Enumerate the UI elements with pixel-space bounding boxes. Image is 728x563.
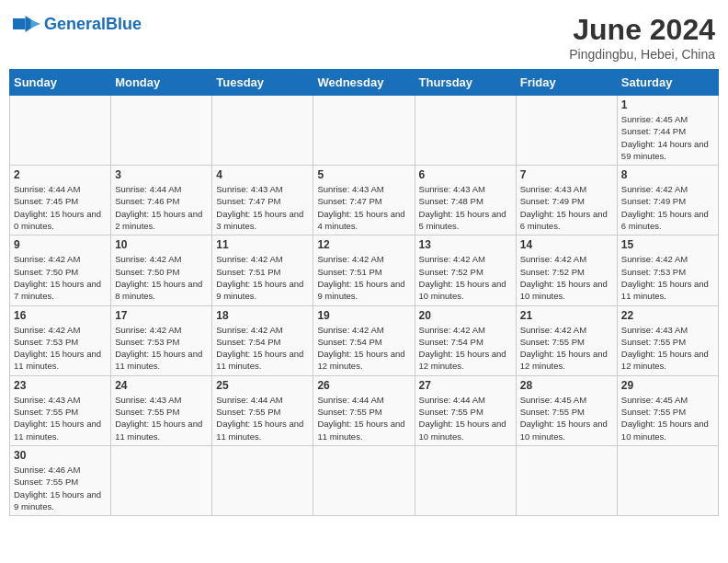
day-info: Sunrise: 4:42 AMSunset: 7:50 PMDaylight:… xyxy=(115,253,208,302)
day-info: Sunrise: 4:42 AMSunset: 7:52 PMDaylight:… xyxy=(520,253,613,302)
day-number: 24 xyxy=(115,379,208,392)
day-number: 21 xyxy=(520,309,613,322)
calendar-cell xyxy=(111,445,212,515)
day-number: 15 xyxy=(621,238,714,251)
day-info: Sunrise: 4:42 AMSunset: 7:50 PMDaylight:… xyxy=(14,253,107,302)
logo-text: GeneralBlue xyxy=(44,15,142,34)
calendar-cell: 12Sunrise: 4:42 AMSunset: 7:51 PMDayligh… xyxy=(313,236,415,305)
day-info: Sunrise: 4:45 AMSunset: 7:55 PMDaylight:… xyxy=(520,394,613,442)
day-info: Sunrise: 4:45 AMSunset: 7:55 PMDaylight:… xyxy=(621,394,714,442)
day-number: 20 xyxy=(419,309,512,322)
calendar-cell: 6Sunrise: 4:43 AMSunset: 7:48 PMDaylight… xyxy=(415,166,516,236)
day-info: Sunrise: 4:42 AMSunset: 7:54 PMDaylight:… xyxy=(216,324,309,373)
weekday-header-saturday: Saturday xyxy=(617,70,718,96)
day-number: 26 xyxy=(317,379,410,392)
weekday-header-friday: Friday xyxy=(516,70,617,96)
day-number: 27 xyxy=(419,379,512,392)
calendar-row: 2Sunrise: 4:44 AMSunset: 7:45 PMDaylight… xyxy=(10,166,719,236)
day-info: Sunrise: 4:44 AMSunset: 7:55 PMDaylight:… xyxy=(216,394,309,442)
day-info: Sunrise: 4:42 AMSunset: 7:49 PMDaylight:… xyxy=(621,183,714,232)
weekday-header-thursday: Thursday xyxy=(415,70,516,96)
svg-rect-0 xyxy=(13,18,26,29)
day-number: 28 xyxy=(520,379,613,392)
calendar-row: 1Sunrise: 4:45 AMSunset: 7:44 PMDaylight… xyxy=(10,96,719,166)
calendar-cell: 14Sunrise: 4:42 AMSunset: 7:52 PMDayligh… xyxy=(516,236,617,305)
day-number: 30 xyxy=(14,449,107,462)
calendar-cell: 13Sunrise: 4:42 AMSunset: 7:52 PMDayligh… xyxy=(415,236,516,305)
day-number: 18 xyxy=(216,309,309,322)
calendar-cell: 18Sunrise: 4:42 AMSunset: 7:54 PMDayligh… xyxy=(212,305,313,375)
title-block: June 2024 Pingdingbu, Hebei, China xyxy=(569,13,715,62)
day-number: 14 xyxy=(520,238,613,251)
day-info: Sunrise: 4:43 AMSunset: 7:49 PMDaylight:… xyxy=(520,183,613,232)
calendar-cell: 22Sunrise: 4:43 AMSunset: 7:55 PMDayligh… xyxy=(617,305,718,375)
day-info: Sunrise: 4:45 AMSunset: 7:44 PMDaylight:… xyxy=(621,113,714,162)
day-info: Sunrise: 4:42 AMSunset: 7:55 PMDaylight:… xyxy=(520,324,613,373)
day-number: 3 xyxy=(115,168,208,181)
calendar-cell: 26Sunrise: 4:44 AMSunset: 7:55 PMDayligh… xyxy=(313,375,415,445)
calendar-row: 9Sunrise: 4:42 AMSunset: 7:50 PMDaylight… xyxy=(10,236,719,305)
day-number: 7 xyxy=(520,168,613,181)
day-number: 2 xyxy=(14,168,107,181)
weekday-header-sunday: Sunday xyxy=(10,70,111,96)
day-number: 12 xyxy=(317,238,410,251)
day-info: Sunrise: 4:43 AMSunset: 7:48 PMDaylight:… xyxy=(419,183,512,232)
calendar-cell xyxy=(313,445,415,515)
day-info: Sunrise: 4:43 AMSunset: 7:55 PMDaylight:… xyxy=(14,394,107,442)
header: GeneralBlue June 2024 Pingdingbu, Hebei,… xyxy=(9,9,719,62)
day-number: 11 xyxy=(216,238,309,251)
day-info: Sunrise: 4:42 AMSunset: 7:54 PMDaylight:… xyxy=(317,324,410,373)
calendar-cell: 8Sunrise: 4:42 AMSunset: 7:49 PMDaylight… xyxy=(617,166,718,236)
day-info: Sunrise: 4:44 AMSunset: 7:55 PMDaylight:… xyxy=(317,394,410,442)
calendar-cell: 17Sunrise: 4:42 AMSunset: 7:53 PMDayligh… xyxy=(111,305,212,375)
day-info: Sunrise: 4:43 AMSunset: 7:47 PMDaylight:… xyxy=(216,183,309,232)
calendar-cell: 20Sunrise: 4:42 AMSunset: 7:54 PMDayligh… xyxy=(415,305,516,375)
weekday-header-wednesday: Wednesday xyxy=(313,70,415,96)
calendar-cell xyxy=(516,445,617,515)
calendar-cell: 29Sunrise: 4:45 AMSunset: 7:55 PMDayligh… xyxy=(617,375,718,445)
day-info: Sunrise: 4:42 AMSunset: 7:54 PMDaylight:… xyxy=(419,324,512,373)
calendar-cell: 3Sunrise: 4:44 AMSunset: 7:46 PMDaylight… xyxy=(111,166,212,236)
calendar-cell: 11Sunrise: 4:42 AMSunset: 7:51 PMDayligh… xyxy=(212,236,313,305)
day-number: 13 xyxy=(419,238,512,251)
calendar-cell xyxy=(617,445,718,515)
calendar-cell: 5Sunrise: 4:43 AMSunset: 7:47 PMDaylight… xyxy=(313,166,415,236)
day-info: Sunrise: 4:43 AMSunset: 7:55 PMDaylight:… xyxy=(621,324,714,373)
day-number: 10 xyxy=(115,238,208,251)
day-number: 9 xyxy=(14,238,107,251)
day-info: Sunrise: 4:44 AMSunset: 7:46 PMDaylight:… xyxy=(115,183,208,232)
calendar-cell xyxy=(10,96,111,166)
calendar-cell xyxy=(313,96,415,166)
day-info: Sunrise: 4:43 AMSunset: 7:55 PMDaylight:… xyxy=(115,394,208,442)
calendar-row: 23Sunrise: 4:43 AMSunset: 7:55 PMDayligh… xyxy=(10,375,719,445)
calendar-cell: 23Sunrise: 4:43 AMSunset: 7:55 PMDayligh… xyxy=(10,375,111,445)
location: Pingdingbu, Hebei, China xyxy=(569,47,715,62)
calendar: SundayMondayTuesdayWednesdayThursdayFrid… xyxy=(9,69,719,516)
day-info: Sunrise: 4:43 AMSunset: 7:47 PMDaylight:… xyxy=(317,183,410,232)
calendar-cell xyxy=(516,96,617,166)
day-info: Sunrise: 4:42 AMSunset: 7:51 PMDaylight:… xyxy=(317,253,410,302)
calendar-cell: 4Sunrise: 4:43 AMSunset: 7:47 PMDaylight… xyxy=(212,166,313,236)
calendar-cell: 28Sunrise: 4:45 AMSunset: 7:55 PMDayligh… xyxy=(516,375,617,445)
calendar-cell xyxy=(212,96,313,166)
logo: GeneralBlue xyxy=(13,13,142,35)
calendar-cell: 9Sunrise: 4:42 AMSunset: 7:50 PMDaylight… xyxy=(10,236,111,305)
month-year: June 2024 xyxy=(569,13,715,47)
logo-blue: Blue xyxy=(106,15,142,33)
day-info: Sunrise: 4:46 AMSunset: 7:55 PMDaylight:… xyxy=(14,464,107,512)
day-info: Sunrise: 4:42 AMSunset: 7:53 PMDaylight:… xyxy=(115,324,208,373)
day-info: Sunrise: 4:42 AMSunset: 7:53 PMDaylight:… xyxy=(621,253,714,302)
day-number: 23 xyxy=(14,379,107,392)
calendar-row: 16Sunrise: 4:42 AMSunset: 7:53 PMDayligh… xyxy=(10,305,719,375)
calendar-cell: 21Sunrise: 4:42 AMSunset: 7:55 PMDayligh… xyxy=(516,305,617,375)
calendar-cell: 16Sunrise: 4:42 AMSunset: 7:53 PMDayligh… xyxy=(10,305,111,375)
day-number: 4 xyxy=(216,168,309,181)
day-info: Sunrise: 4:44 AMSunset: 7:55 PMDaylight:… xyxy=(419,394,512,442)
day-number: 6 xyxy=(419,168,512,181)
svg-marker-2 xyxy=(31,20,41,29)
calendar-cell: 1Sunrise: 4:45 AMSunset: 7:44 PMDaylight… xyxy=(617,96,718,166)
day-number: 16 xyxy=(14,309,107,322)
calendar-cell: 7Sunrise: 4:43 AMSunset: 7:49 PMDaylight… xyxy=(516,166,617,236)
weekday-header-monday: Monday xyxy=(111,70,212,96)
day-info: Sunrise: 4:44 AMSunset: 7:45 PMDaylight:… xyxy=(14,183,107,232)
